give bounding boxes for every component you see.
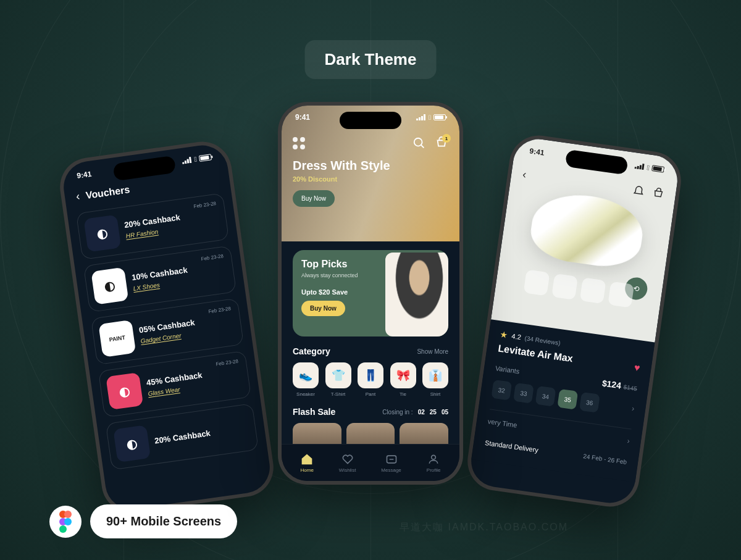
thumbnail[interactable]	[608, 282, 634, 308]
voucher-logo: ◐	[83, 215, 121, 253]
notification-icon[interactable]	[632, 184, 646, 198]
buy-now-button[interactable]: Buy Now	[293, 190, 335, 207]
svg-point-8	[414, 138, 422, 146]
model-image	[385, 253, 448, 336]
watermark: 早道大咖 IAMDK.TAOBAO.COM	[400, 521, 568, 534]
category-label: Shirt	[430, 391, 440, 397]
hero-title: Dress With Style	[293, 159, 448, 173]
closing-label: Closing in :	[382, 409, 412, 416]
category-icon: 👖	[358, 362, 383, 388]
top-picks-buy-button[interactable]: Buy Now	[301, 301, 345, 316]
category-item[interactable]: 👕T-Shirt	[325, 362, 351, 397]
favorite-icon[interactable]: ♥	[634, 362, 641, 374]
voucher-logo: ◐	[113, 425, 151, 462]
tab-message[interactable]: Message	[381, 453, 401, 473]
top-picks-card[interactable]: Top Picks Always stay connected Upto $20…	[293, 250, 448, 336]
voucher-deal: 20% Cashback	[154, 423, 249, 445]
phone-home: 9:41􀙇 1 Dress With Style 20% Discount Bu…	[278, 102, 463, 485]
size-option[interactable]: 32	[491, 380, 512, 401]
category-title: Category	[293, 346, 330, 356]
tab-label: Message	[381, 467, 401, 473]
profile-icon	[427, 453, 440, 466]
category-icon: 👟	[293, 362, 319, 388]
cart-icon[interactable]: 1	[435, 136, 448, 150]
svg-rect-0	[182, 162, 184, 164]
svg-rect-6	[421, 116, 423, 120]
voucher-brand: HR Fashion	[125, 228, 159, 240]
svg-line-9	[421, 145, 424, 148]
rating-value: 4.2	[511, 332, 522, 341]
category-label: Pant	[366, 391, 375, 397]
delivery-name: Standard Delivery	[484, 439, 538, 454]
thumbnail[interactable]	[524, 269, 550, 296]
size-option[interactable]: 35	[557, 389, 578, 410]
svg-rect-2	[186, 159, 189, 163]
tab-label: Profile	[427, 467, 441, 473]
delivery-label: very Time	[487, 417, 517, 429]
tab-wishlist[interactable]: Wishlist	[339, 453, 356, 473]
chevron-right-icon[interactable]: ›	[627, 437, 630, 445]
voucher-deal: 10% Cashback	[131, 259, 227, 282]
category-icon: 👕	[325, 362, 351, 388]
chevron-right-icon[interactable]: ›	[631, 404, 635, 412]
category-item[interactable]: 🎀Tie	[390, 362, 416, 397]
voucher-logo: ◐	[91, 267, 128, 305]
svg-rect-15	[639, 165, 642, 169]
size-option[interactable]: 34	[535, 386, 556, 407]
cart-icon[interactable]	[651, 186, 666, 201]
svg-point-21	[59, 525, 67, 533]
category-item[interactable]: 👟Sneaker	[293, 362, 319, 397]
theme-title: Dark Theme	[305, 40, 437, 79]
price: $124	[601, 378, 622, 390]
category-label: Tie	[400, 391, 406, 397]
home-icon	[301, 453, 313, 466]
svg-rect-4	[416, 119, 418, 120]
wishlist-icon	[341, 453, 354, 466]
category-item[interactable]: 👔Shirt	[422, 362, 448, 397]
figma-icon	[49, 506, 82, 538]
tab-profile[interactable]: Profile	[427, 453, 441, 473]
hero-subtitle: 20% Discount	[293, 175, 448, 183]
thumbnail[interactable]	[551, 274, 578, 300]
size-option[interactable]: 33	[513, 383, 534, 404]
svg-rect-5	[419, 117, 421, 120]
vouchers-title: Vouchers	[85, 184, 131, 201]
back-icon[interactable]: ‹	[75, 190, 81, 204]
message-icon	[385, 453, 398, 466]
voucher-logo: PAINT	[98, 320, 136, 357]
svg-rect-3	[189, 157, 191, 163]
status-time: 9:41	[529, 146, 545, 157]
size-option[interactable]: 36	[579, 392, 600, 413]
review-count: (34 Reviews)	[524, 335, 561, 346]
category-item[interactable]: 👖Pant	[358, 362, 383, 397]
menu-icon[interactable]	[293, 137, 305, 149]
screens-count-pill: 90+ Mobile Screens	[90, 504, 237, 538]
cart-badge: 1	[442, 134, 451, 143]
svg-rect-16	[642, 164, 644, 170]
show-more-link[interactable]: Show More	[417, 348, 448, 355]
svg-point-20	[64, 518, 72, 525]
category-label: Sneaker	[296, 391, 315, 397]
price-old: $145	[623, 383, 638, 392]
category-icon: 🎀	[390, 362, 416, 388]
voucher-brand: Glass Wear	[148, 386, 180, 398]
voucher-deal: 20% Cashback	[124, 207, 219, 229]
back-icon[interactable]: ‹	[522, 168, 527, 182]
thumbnail[interactable]	[580, 277, 606, 304]
status-time: 9:41	[295, 113, 310, 122]
svg-rect-14	[637, 166, 639, 169]
voucher-deal: 45% Cashback	[146, 365, 241, 387]
delivery-date: 24 Feb - 26 Feb	[583, 453, 627, 466]
voucher-deal: 05% Cashback	[138, 312, 234, 334]
status-time: 9:41	[76, 170, 92, 180]
tab-home[interactable]: Home	[300, 453, 313, 473]
voucher-logo: ◐	[106, 372, 143, 410]
svg-point-12	[432, 455, 436, 459]
voucher-brand: LX Shoes	[133, 281, 161, 292]
svg-rect-13	[634, 167, 636, 169]
search-icon[interactable]	[412, 136, 426, 150]
tab-label: Wishlist	[339, 467, 356, 473]
svg-rect-7	[424, 114, 425, 120]
tab-label: Home	[300, 467, 313, 473]
flash-sale-title: Flash Sale	[293, 407, 335, 417]
